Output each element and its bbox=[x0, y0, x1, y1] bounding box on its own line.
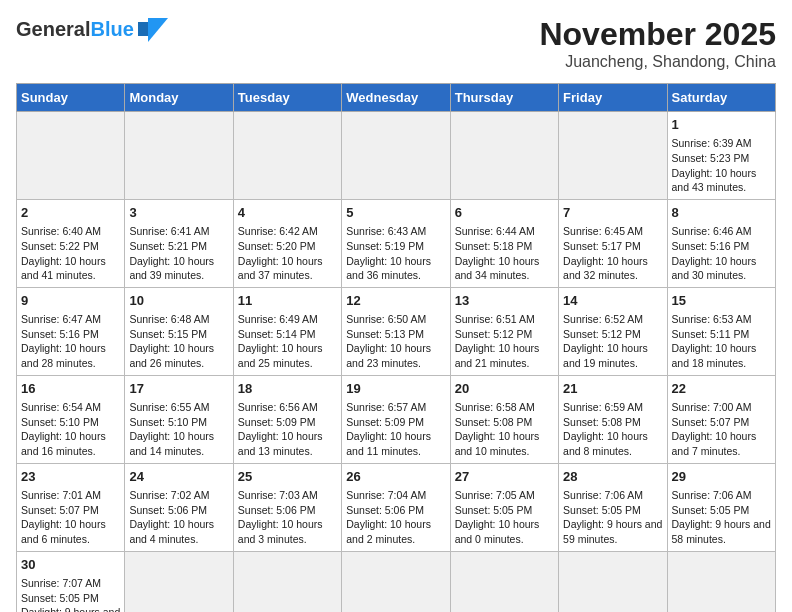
calendar-cell bbox=[559, 112, 667, 200]
day-info: Sunrise: 7:02 AM Sunset: 5:06 PM Dayligh… bbox=[129, 489, 214, 545]
day-info: Sunrise: 6:42 AM Sunset: 5:20 PM Dayligh… bbox=[238, 225, 323, 281]
day-header-monday: Monday bbox=[125, 84, 233, 112]
day-number: 5 bbox=[346, 204, 445, 222]
calendar-table: SundayMondayTuesdayWednesdayThursdayFrid… bbox=[16, 83, 776, 612]
calendar-cell: 20Sunrise: 6:58 AM Sunset: 5:08 PM Dayli… bbox=[450, 375, 558, 463]
calendar-cell: 25Sunrise: 7:03 AM Sunset: 5:06 PM Dayli… bbox=[233, 463, 341, 551]
day-info: Sunrise: 6:40 AM Sunset: 5:22 PM Dayligh… bbox=[21, 225, 106, 281]
day-number: 12 bbox=[346, 292, 445, 310]
page-header: General Blue November 2025 Juancheng, Sh… bbox=[16, 16, 776, 71]
calendar-cell bbox=[450, 112, 558, 200]
day-number: 24 bbox=[129, 468, 228, 486]
day-info: Sunrise: 7:07 AM Sunset: 5:05 PM Dayligh… bbox=[21, 577, 120, 612]
calendar-cell: 7Sunrise: 6:45 AM Sunset: 5:17 PM Daylig… bbox=[559, 199, 667, 287]
calendar-cell bbox=[125, 551, 233, 612]
calendar-cell: 10Sunrise: 6:48 AM Sunset: 5:15 PM Dayli… bbox=[125, 287, 233, 375]
day-number: 7 bbox=[563, 204, 662, 222]
calendar-cell: 8Sunrise: 6:46 AM Sunset: 5:16 PM Daylig… bbox=[667, 199, 775, 287]
day-number: 6 bbox=[455, 204, 554, 222]
day-number: 23 bbox=[21, 468, 120, 486]
calendar-cell: 14Sunrise: 6:52 AM Sunset: 5:12 PM Dayli… bbox=[559, 287, 667, 375]
calendar-cell: 5Sunrise: 6:43 AM Sunset: 5:19 PM Daylig… bbox=[342, 199, 450, 287]
day-header-friday: Friday bbox=[559, 84, 667, 112]
day-number: 2 bbox=[21, 204, 120, 222]
day-info: Sunrise: 7:06 AM Sunset: 5:05 PM Dayligh… bbox=[563, 489, 662, 545]
day-number: 3 bbox=[129, 204, 228, 222]
calendar-cell: 13Sunrise: 6:51 AM Sunset: 5:12 PM Dayli… bbox=[450, 287, 558, 375]
day-info: Sunrise: 6:51 AM Sunset: 5:12 PM Dayligh… bbox=[455, 313, 540, 369]
calendar-cell: 21Sunrise: 6:59 AM Sunset: 5:08 PM Dayli… bbox=[559, 375, 667, 463]
calendar-cell: 16Sunrise: 6:54 AM Sunset: 5:10 PM Dayli… bbox=[17, 375, 125, 463]
day-header-tuesday: Tuesday bbox=[233, 84, 341, 112]
day-info: Sunrise: 6:55 AM Sunset: 5:10 PM Dayligh… bbox=[129, 401, 214, 457]
calendar-cell: 12Sunrise: 6:50 AM Sunset: 5:13 PM Dayli… bbox=[342, 287, 450, 375]
day-info: Sunrise: 6:39 AM Sunset: 5:23 PM Dayligh… bbox=[672, 137, 757, 193]
day-number: 4 bbox=[238, 204, 337, 222]
day-number: 19 bbox=[346, 380, 445, 398]
calendar-cell bbox=[342, 551, 450, 612]
calendar-cell: 28Sunrise: 7:06 AM Sunset: 5:05 PM Dayli… bbox=[559, 463, 667, 551]
day-number: 29 bbox=[672, 468, 771, 486]
day-info: Sunrise: 6:56 AM Sunset: 5:09 PM Dayligh… bbox=[238, 401, 323, 457]
calendar-cell: 3Sunrise: 6:41 AM Sunset: 5:21 PM Daylig… bbox=[125, 199, 233, 287]
day-number: 9 bbox=[21, 292, 120, 310]
day-header-sunday: Sunday bbox=[17, 84, 125, 112]
day-info: Sunrise: 6:47 AM Sunset: 5:16 PM Dayligh… bbox=[21, 313, 106, 369]
day-info: Sunrise: 7:05 AM Sunset: 5:05 PM Dayligh… bbox=[455, 489, 540, 545]
calendar-cell bbox=[559, 551, 667, 612]
day-number: 15 bbox=[672, 292, 771, 310]
day-info: Sunrise: 7:04 AM Sunset: 5:06 PM Dayligh… bbox=[346, 489, 431, 545]
logo-blue-text: Blue bbox=[90, 18, 133, 41]
day-number: 11 bbox=[238, 292, 337, 310]
page-subtitle: Juancheng, Shandong, China bbox=[539, 53, 776, 71]
day-info: Sunrise: 6:41 AM Sunset: 5:21 PM Dayligh… bbox=[129, 225, 214, 281]
day-number: 30 bbox=[21, 556, 120, 574]
calendar-cell: 1Sunrise: 6:39 AM Sunset: 5:23 PM Daylig… bbox=[667, 112, 775, 200]
day-info: Sunrise: 6:46 AM Sunset: 5:16 PM Dayligh… bbox=[672, 225, 757, 281]
day-number: 16 bbox=[21, 380, 120, 398]
logo: General Blue bbox=[16, 16, 168, 42]
calendar-cell: 23Sunrise: 7:01 AM Sunset: 5:07 PM Dayli… bbox=[17, 463, 125, 551]
day-number: 18 bbox=[238, 380, 337, 398]
calendar-cell: 18Sunrise: 6:56 AM Sunset: 5:09 PM Dayli… bbox=[233, 375, 341, 463]
day-info: Sunrise: 6:44 AM Sunset: 5:18 PM Dayligh… bbox=[455, 225, 540, 281]
day-info: Sunrise: 7:03 AM Sunset: 5:06 PM Dayligh… bbox=[238, 489, 323, 545]
day-header-thursday: Thursday bbox=[450, 84, 558, 112]
day-info: Sunrise: 6:43 AM Sunset: 5:19 PM Dayligh… bbox=[346, 225, 431, 281]
day-number: 22 bbox=[672, 380, 771, 398]
calendar-cell bbox=[125, 112, 233, 200]
day-info: Sunrise: 6:45 AM Sunset: 5:17 PM Dayligh… bbox=[563, 225, 648, 281]
calendar-cell: 27Sunrise: 7:05 AM Sunset: 5:05 PM Dayli… bbox=[450, 463, 558, 551]
calendar-cell: 29Sunrise: 7:06 AM Sunset: 5:05 PM Dayli… bbox=[667, 463, 775, 551]
day-info: Sunrise: 7:00 AM Sunset: 5:07 PM Dayligh… bbox=[672, 401, 757, 457]
day-header-saturday: Saturday bbox=[667, 84, 775, 112]
calendar-cell: 19Sunrise: 6:57 AM Sunset: 5:09 PM Dayli… bbox=[342, 375, 450, 463]
calendar-cell bbox=[667, 551, 775, 612]
day-header-wednesday: Wednesday bbox=[342, 84, 450, 112]
day-number: 21 bbox=[563, 380, 662, 398]
day-number: 25 bbox=[238, 468, 337, 486]
day-info: Sunrise: 6:49 AM Sunset: 5:14 PM Dayligh… bbox=[238, 313, 323, 369]
day-number: 14 bbox=[563, 292, 662, 310]
day-info: Sunrise: 6:53 AM Sunset: 5:11 PM Dayligh… bbox=[672, 313, 757, 369]
day-info: Sunrise: 6:57 AM Sunset: 5:09 PM Dayligh… bbox=[346, 401, 431, 457]
title-block: November 2025 Juancheng, Shandong, China bbox=[539, 16, 776, 71]
calendar-cell: 24Sunrise: 7:02 AM Sunset: 5:06 PM Dayli… bbox=[125, 463, 233, 551]
page-title: November 2025 bbox=[539, 16, 776, 53]
calendar-cell bbox=[450, 551, 558, 612]
calendar-cell bbox=[17, 112, 125, 200]
day-info: Sunrise: 6:59 AM Sunset: 5:08 PM Dayligh… bbox=[563, 401, 648, 457]
calendar-cell: 11Sunrise: 6:49 AM Sunset: 5:14 PM Dayli… bbox=[233, 287, 341, 375]
calendar-cell: 26Sunrise: 7:04 AM Sunset: 5:06 PM Dayli… bbox=[342, 463, 450, 551]
day-number: 26 bbox=[346, 468, 445, 486]
day-number: 28 bbox=[563, 468, 662, 486]
calendar-cell: 6Sunrise: 6:44 AM Sunset: 5:18 PM Daylig… bbox=[450, 199, 558, 287]
day-info: Sunrise: 6:50 AM Sunset: 5:13 PM Dayligh… bbox=[346, 313, 431, 369]
day-info: Sunrise: 6:52 AM Sunset: 5:12 PM Dayligh… bbox=[563, 313, 648, 369]
calendar-cell: 22Sunrise: 7:00 AM Sunset: 5:07 PM Dayli… bbox=[667, 375, 775, 463]
day-info: Sunrise: 6:48 AM Sunset: 5:15 PM Dayligh… bbox=[129, 313, 214, 369]
day-number: 27 bbox=[455, 468, 554, 486]
calendar-header: SundayMondayTuesdayWednesdayThursdayFrid… bbox=[17, 84, 776, 112]
calendar-cell bbox=[233, 551, 341, 612]
calendar-cell: 17Sunrise: 6:55 AM Sunset: 5:10 PM Dayli… bbox=[125, 375, 233, 463]
